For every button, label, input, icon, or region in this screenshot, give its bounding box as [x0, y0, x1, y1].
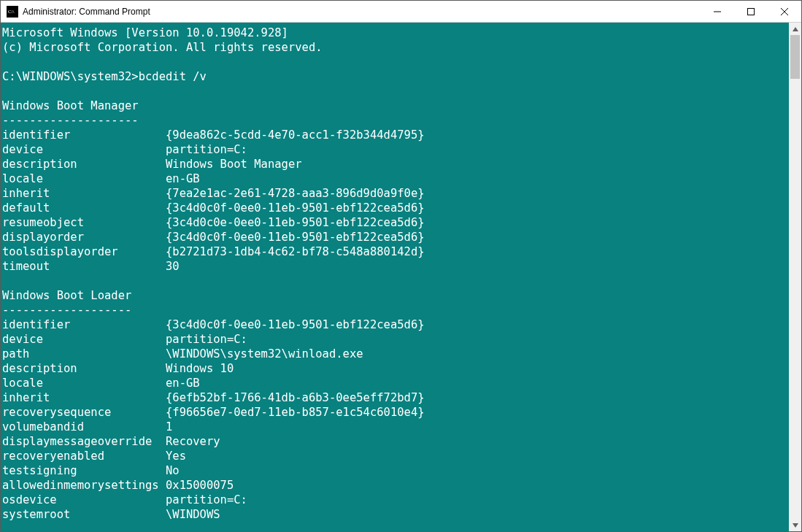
scrollbar-thumb[interactable] — [790, 35, 800, 79]
minimize-button[interactable] — [701, 1, 734, 23]
maximize-button[interactable] — [734, 1, 768, 23]
svg-marker-6 — [793, 27, 798, 31]
chevron-up-icon — [793, 26, 798, 32]
console-output[interactable]: Microsoft Windows [Version 10.0.19042.92… — [1, 23, 789, 531]
client-area: Microsoft Windows [Version 10.0.19042.92… — [1, 23, 801, 531]
close-icon — [781, 8, 788, 15]
scroll-up-button[interactable] — [789, 23, 801, 35]
window-frame: C:\ Administrator: Command Prompt Micros… — [0, 0, 802, 532]
scroll-down-button[interactable] — [789, 519, 801, 531]
svg-rect-3 — [748, 8, 755, 15]
vertical-scrollbar[interactable] — [789, 23, 801, 531]
scrollbar-track[interactable] — [789, 35, 801, 519]
maximize-icon — [747, 8, 755, 15]
chevron-down-icon — [793, 523, 798, 528]
title-bar[interactable]: C:\ Administrator: Command Prompt — [1, 1, 801, 23]
minimize-icon — [714, 8, 721, 15]
svg-marker-7 — [793, 523, 798, 528]
close-button[interactable] — [768, 1, 801, 23]
svg-text:C:\: C:\ — [8, 9, 15, 15]
window-title: Administrator: Command Prompt — [23, 7, 150, 17]
cmd-icon: C:\ — [7, 6, 18, 18]
